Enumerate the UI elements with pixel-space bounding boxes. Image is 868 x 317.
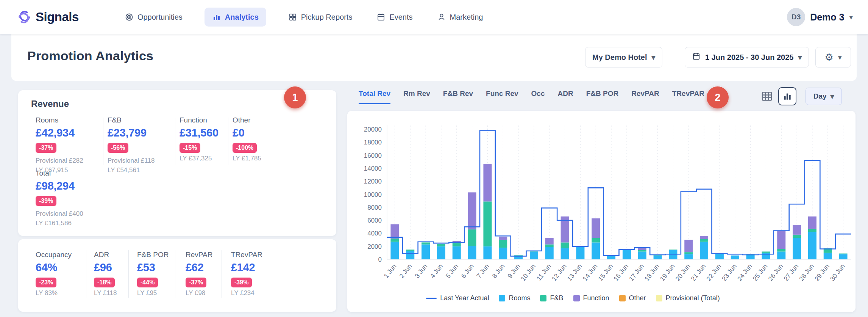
svg-text:20000: 20000 xyxy=(364,126,382,133)
nav-item-pickup-reports[interactable]: Pickup Reports xyxy=(286,8,355,27)
svg-text:8000: 8000 xyxy=(367,204,382,211)
revenue-column-function: Function £31,560 -15% LY £37,325 xyxy=(180,116,219,162)
svg-text:21 Jun: 21 Jun xyxy=(690,263,707,282)
calendar-icon xyxy=(692,52,701,63)
nav-label: Pickup Reports xyxy=(301,13,353,22)
tab-fnb-por[interactable]: F&B POR xyxy=(586,89,619,104)
change-badge: -39% xyxy=(36,196,56,206)
page-title: Promotion Analytics xyxy=(27,49,153,63)
change-badge: -37% xyxy=(36,143,56,153)
table-view-button[interactable] xyxy=(760,90,773,103)
svg-text:12 Jun: 12 Jun xyxy=(550,263,568,282)
metric-value: £42,934 xyxy=(36,127,83,139)
legend-label: F&B xyxy=(550,294,563,302)
legend-label: Last Year Actual xyxy=(440,294,489,302)
svg-text:14000: 14000 xyxy=(364,165,382,172)
change-badge: -56% xyxy=(108,143,128,153)
legend-label: Rooms xyxy=(509,294,530,302)
settings-button[interactable]: ⚙ ▾ xyxy=(815,47,851,67)
tab-occ[interactable]: Occ xyxy=(531,89,545,104)
svg-text:28 Jun: 28 Jun xyxy=(798,263,815,282)
person-icon xyxy=(437,13,446,22)
chart-view-button[interactable] xyxy=(778,87,796,105)
svg-text:30 Jun: 30 Jun xyxy=(829,263,846,282)
interval-value: Day xyxy=(813,92,827,100)
nav-items: Opportunities Analytics Pickup Reports xyxy=(122,8,486,27)
metric-label: Total xyxy=(36,169,83,177)
change-badge: -18% xyxy=(94,278,115,287)
svg-text:29 Jun: 29 Jun xyxy=(813,263,831,282)
legend-color-swatch xyxy=(499,295,505,301)
revenue-column-other: Other £0 -100% LY £1,785 xyxy=(233,116,261,162)
metric-label: TRevPAR xyxy=(231,251,262,259)
annotation-badge-1: 1 xyxy=(284,86,306,108)
hotel-selector[interactable]: My Demo Hotel ▾ xyxy=(585,47,662,67)
divider xyxy=(175,118,175,165)
legend-label: Provisional (Total) xyxy=(666,294,720,302)
kpi-column-trevpar: TRevPAR £142 -39% LY £234 xyxy=(231,251,262,297)
tab-fnb-rev[interactable]: F&B Rev xyxy=(443,89,473,104)
chevron-down-icon: ▾ xyxy=(831,93,834,100)
brand-logo[interactable]: Signals xyxy=(17,9,79,25)
svg-text:23 Jun: 23 Jun xyxy=(721,263,738,282)
legend-label: Function xyxy=(583,294,609,302)
hotel-selector-value: My Demo Hotel xyxy=(592,53,647,62)
chevron-down-icon: ▾ xyxy=(838,54,842,61)
metric-label: F&B POR xyxy=(137,251,169,259)
top-navigation-bar: Signals Opportunities Analytics P xyxy=(0,0,868,34)
date-range-value: 1 Jun 2025 - 30 Jun 2025 xyxy=(705,53,793,62)
svg-text:26 Jun: 26 Jun xyxy=(767,263,784,282)
svg-text:5 Jun: 5 Jun xyxy=(444,263,460,279)
tab-adr[interactable]: ADR xyxy=(558,89,573,104)
tab-rm-rev[interactable]: Rm Rev xyxy=(403,89,430,104)
chevron-down-icon: ▾ xyxy=(849,14,853,21)
revenue-total: Total £98,294 -39% Provisional £400 LY £… xyxy=(36,169,83,227)
nav-item-analytics[interactable]: Analytics xyxy=(205,8,266,27)
metric-value: £31,560 xyxy=(180,127,219,139)
last-year-value: LY 83% xyxy=(36,289,72,297)
date-range-picker[interactable]: 1 Jun 2025 - 30 Jun 2025 ▾ xyxy=(685,47,809,67)
legend-item[interactable]: Last Year Actual xyxy=(426,294,489,302)
divider xyxy=(128,250,129,298)
metric-value: £98,294 xyxy=(36,180,83,192)
metric-label: Occupancy xyxy=(36,251,72,259)
gear-icon: ⚙ xyxy=(825,52,834,63)
chevron-down-icon: ▾ xyxy=(798,54,802,61)
svg-text:22 Jun: 22 Jun xyxy=(705,263,723,282)
svg-text:7 Jun: 7 Jun xyxy=(475,263,491,279)
nav-label: Opportunities xyxy=(137,13,183,22)
metric-value: £96 xyxy=(94,261,117,274)
avatar: D3 xyxy=(787,8,805,26)
svg-text:13 Jun: 13 Jun xyxy=(566,263,583,282)
legend-item[interactable]: Rooms xyxy=(499,294,530,302)
revenue-card-title: Revenue xyxy=(31,99,69,109)
target-icon xyxy=(125,13,134,22)
nav-item-marketing[interactable]: Marketing xyxy=(435,8,486,27)
svg-text:0: 0 xyxy=(378,256,382,263)
legend-item[interactable]: Other xyxy=(619,294,646,302)
brand-name: Signals xyxy=(36,10,79,24)
nav-item-events[interactable]: Events xyxy=(374,8,415,27)
svg-text:11 Jun: 11 Jun xyxy=(535,263,553,282)
legend-item[interactable]: F&B xyxy=(540,294,563,302)
revenue-column-fnb: F&B £23,799 -56% Provisional £118 LY £54… xyxy=(108,116,155,174)
change-badge: -100% xyxy=(233,143,257,153)
tab-revpar[interactable]: RevPAR xyxy=(631,89,659,104)
legend-item[interactable]: Provisional (Total) xyxy=(656,294,720,302)
last-year-value: LY £98 xyxy=(186,289,212,297)
legend-color-swatch xyxy=(656,295,662,301)
interval-select[interactable]: Day ▾ xyxy=(806,88,842,105)
tab-func-rev[interactable]: Func Rev xyxy=(486,89,518,104)
last-year-value: LY £54,561 xyxy=(108,166,155,174)
table-icon xyxy=(760,90,773,103)
nav-item-opportunities[interactable]: Opportunities xyxy=(122,8,185,27)
svg-text:4 Jun: 4 Jun xyxy=(429,263,444,279)
svg-text:24 Jun: 24 Jun xyxy=(736,263,753,282)
chevron-down-icon: ▾ xyxy=(651,54,655,61)
tab-trevpar[interactable]: TRevPAR xyxy=(672,89,704,104)
user-menu[interactable]: D3 Demo 3 ▾ xyxy=(787,8,853,26)
legend-item[interactable]: Function xyxy=(573,294,609,302)
tab-total-rev[interactable]: Total Rev xyxy=(359,89,390,104)
provisional-value: Provisional £282 xyxy=(36,157,83,165)
svg-text:16000: 16000 xyxy=(364,152,382,159)
